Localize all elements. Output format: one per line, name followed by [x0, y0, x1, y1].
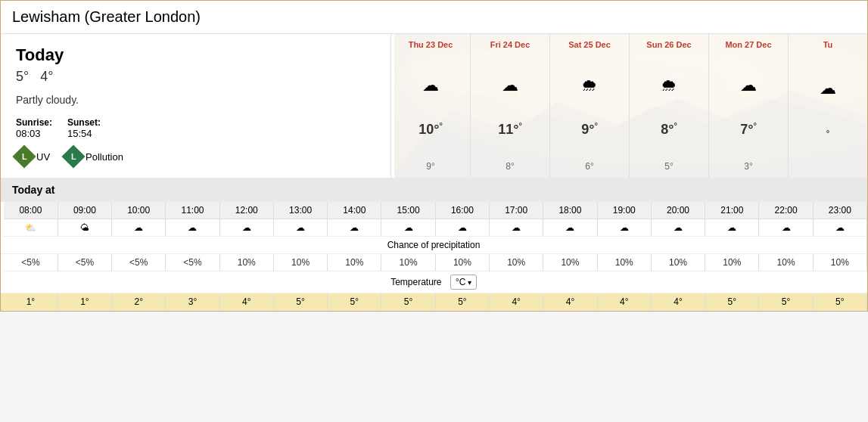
forecast-col[interactable]: Fri 24 Dec ☁ 11°° 8°	[470, 34, 549, 178]
temp-value: 5°	[705, 293, 759, 311]
chance-value: 10%	[435, 254, 489, 272]
today-high: 5°	[16, 69, 29, 84]
hour-icon: ☁	[490, 219, 543, 237]
temp-value: 1°	[4, 293, 58, 311]
temp-value: 4°	[219, 293, 273, 311]
forecast-date: Mon 27 Dec	[725, 40, 771, 49]
hour-icon: ☁	[651, 219, 705, 237]
hour-icon: ☁	[273, 219, 327, 237]
forecast-icon: ☁	[502, 76, 518, 95]
uv-badge-icon: L	[12, 144, 36, 168]
hour-header: 15:00	[381, 202, 435, 219]
forecast-icon: ☁	[740, 76, 757, 95]
hour-header: 17:00	[490, 202, 543, 219]
chance-value: 10%	[219, 254, 273, 272]
forecast-low: 5°	[664, 161, 673, 172]
hour-icon: ⛅	[4, 219, 58, 237]
pollution-badge: L Pollution	[65, 148, 123, 165]
forecast-low: 9°	[426, 161, 434, 172]
forecast-strip: Thu 23 Dec ☁ 10°° 9° Fri 24 Dec ☁ 11°° 8…	[390, 34, 867, 178]
hour-header: 14:00	[328, 202, 381, 219]
temp-value: 5°	[328, 293, 381, 311]
sunset-label: Sunset:	[67, 117, 101, 128]
today-at-label: Today at	[12, 184, 55, 196]
temp-value: 4°	[597, 293, 651, 311]
forecast-col[interactable]: Mon 27 Dec ☁ 7°° 3°	[708, 34, 788, 178]
forecast-low: 6°	[585, 161, 593, 172]
today-at-section: Today at	[1, 178, 867, 202]
hour-icon: ☁	[705, 219, 759, 237]
chance-value: 10%	[490, 254, 543, 272]
forecast-high: 7°°	[740, 121, 757, 138]
temp-value: 1°	[58, 293, 111, 311]
chance-value: 10%	[813, 254, 866, 272]
uv-label: UV	[36, 151, 50, 163]
forecast-low: 3°	[744, 161, 752, 172]
hour-icon: ☁	[112, 219, 166, 237]
temp-value: 4°	[651, 293, 705, 311]
hero-section: Today 5° 4° Partly cloudy. Sunrise: 08:0…	[1, 34, 867, 178]
hour-icon: ☁	[813, 219, 866, 237]
forecast-high: 8°°	[661, 121, 677, 138]
hour-header: 22:00	[759, 202, 813, 219]
temp-value: 4°	[543, 293, 597, 311]
temp-value: 5°	[813, 293, 866, 311]
today-panel: Today 5° 4° Partly cloudy. Sunrise: 08:0…	[1, 34, 394, 178]
forecast-icon: 🌧	[661, 76, 677, 95]
forecast-icon: ☁	[422, 76, 439, 95]
hour-header: 10:00	[112, 202, 166, 219]
hour-icon: ☁	[381, 219, 435, 237]
sunrise-label: Sunrise:	[16, 117, 52, 128]
sunset-value: 15:54	[67, 128, 101, 139]
temp-value: 3°	[166, 293, 219, 311]
pollution-badge-icon: L	[62, 144, 86, 168]
hour-header: 20:00	[651, 202, 705, 219]
sunrise-value: 08:03	[16, 128, 52, 139]
chance-value: 10%	[273, 254, 327, 272]
hour-header: 08:00	[4, 202, 58, 219]
chance-value: <5%	[166, 254, 219, 272]
badges-row: L UV L Pollution	[16, 148, 379, 165]
forecast-col[interactable]: Thu 23 Dec ☁ 10°° 9°	[390, 34, 470, 178]
temp-value: 5°	[273, 293, 327, 311]
pollution-label: Pollution	[86, 151, 123, 163]
hour-icon: 🌤	[58, 219, 111, 237]
temperature-label: Temperature	[390, 277, 441, 287]
temp-unit-dropdown[interactable]: °C ▾	[450, 275, 477, 290]
chance-value: 10%	[705, 254, 759, 272]
hour-header: 11:00	[166, 202, 219, 219]
chance-value: 10%	[543, 254, 597, 272]
today-label: Today	[16, 45, 379, 65]
temp-value: 4°	[490, 293, 543, 311]
hour-header: 18:00	[543, 202, 597, 219]
chance-value: 10%	[328, 254, 381, 272]
hour-header: 13:00	[273, 202, 327, 219]
today-temps: 5° 4°	[16, 69, 379, 85]
forecast-high: °	[826, 129, 829, 145]
today-low: 4°	[40, 69, 53, 84]
temp-value: 2°	[112, 293, 166, 311]
hour-header: 21:00	[705, 202, 759, 219]
forecast-low: 8°	[506, 161, 514, 172]
hour-header: 19:00	[597, 202, 651, 219]
forecast-icon: ☁	[820, 79, 836, 98]
chance-value: <5%	[112, 254, 166, 272]
hour-header: 16:00	[435, 202, 489, 219]
hour-header: 12:00	[219, 202, 273, 219]
forecast-col[interactable]: Tu ☁ °	[788, 34, 867, 178]
chance-value: 10%	[651, 254, 705, 272]
forecast-high: 10°°	[418, 121, 443, 138]
today-description: Partly cloudy.	[16, 94, 379, 106]
temp-value: 5°	[381, 293, 435, 311]
chance-label: Chance of precipitation	[1, 237, 867, 254]
hour-icon: ☁	[166, 219, 219, 237]
forecast-date: Sat 25 Dec	[568, 40, 611, 49]
chance-value: 10%	[597, 254, 651, 272]
forecast-col[interactable]: Sat 25 Dec 🌧 9°° 6°	[549, 34, 629, 178]
forecast-high: 9°°	[581, 121, 598, 138]
forecast-col[interactable]: Sun 26 Dec 🌧 8°° 5°	[629, 34, 708, 178]
hour-icon: ☁	[759, 219, 813, 237]
hour-icon: ☁	[597, 219, 651, 237]
hour-header: 23:00	[813, 202, 866, 219]
forecast-date: Fri 24 Dec	[490, 40, 530, 49]
